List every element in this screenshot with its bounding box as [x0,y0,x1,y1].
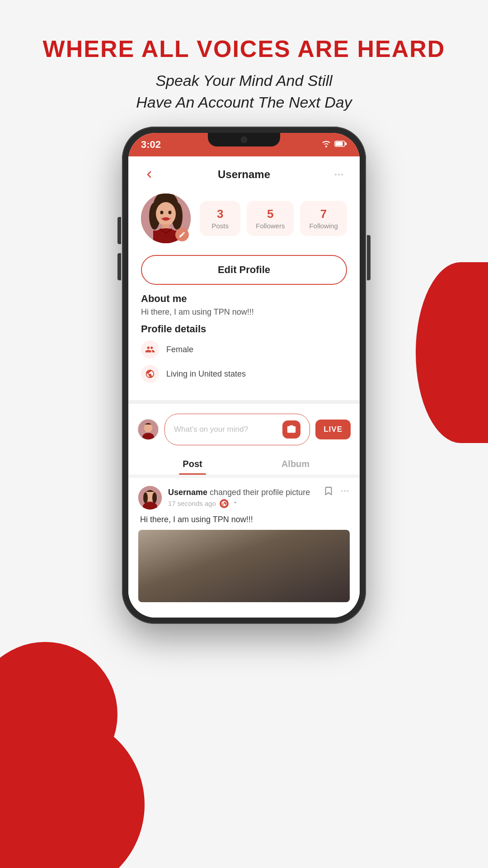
gender-detail-row: Female [141,340,347,359]
following-count: 7 [309,207,338,221]
stats-row: 3 Posts 5 Followers 7 Following [200,201,347,236]
chevron-down-icon [232,500,239,508]
live-button[interactable]: LIVE [315,420,351,439]
stat-followers[interactable]: 5 Followers [247,201,294,236]
tab-post[interactable]: Post [141,452,244,475]
notch [208,133,280,146]
post-input-box[interactable]: What's on your mind? [164,414,310,445]
more-menu-button[interactable] [331,166,347,183]
svg-rect-17 [153,231,178,243]
top-nav: Username [128,156,360,189]
about-section: About me Hi there, I am using TPN now!!!… [128,293,360,396]
avatar-wrapper [141,193,191,243]
bookmark-icon[interactable] [324,486,333,498]
stat-posts[interactable]: 3 Posts [200,201,240,236]
bg-decoration-bottom [0,714,145,868]
globe-location-icon [141,365,159,383]
followers-label: Followers [256,222,285,230]
svg-point-4 [338,174,340,175]
post-more-button[interactable] [340,486,350,498]
tagline-sub-line2: Have An Account The Next Day [136,94,352,111]
bg-decoration-right [416,262,488,443]
status-icons [322,140,347,149]
post-body-text: Hi there, I am using TPN now!!! [138,515,350,524]
gender-text: Female [166,345,193,354]
svg-point-11 [156,202,176,226]
post-header-actions [324,486,350,498]
post-author-name: Username [168,488,207,497]
svg-point-27 [344,490,346,492]
status-time: 3:02 [141,139,161,151]
post-user-text: Username changed their profile picture 1… [168,488,310,508]
svg-point-28 [347,490,349,492]
tabs-row: Post Album [128,452,360,475]
post-user-info: Username changed their profile picture 1… [138,486,310,509]
post-item: Username changed their profile picture 1… [128,478,360,609]
stat-following[interactable]: 7 Following [300,201,347,236]
svg-point-26 [341,490,343,492]
tagline-sub: Speak Your Mind And Still Have An Accoun… [0,70,488,113]
nav-username: Username [218,168,270,181]
about-title: About me [141,293,347,305]
post-input-row: What's on your mind? LIVE [128,407,360,452]
post-input-avatar [137,419,159,440]
post-action-text: changed their profile picture [207,488,310,497]
post-image-inner [138,530,350,602]
back-button[interactable] [141,166,157,183]
tagline-main: WHERE ALL VOICES ARE HEARD [0,36,488,62]
followers-count: 5 [256,207,285,221]
phone-outer: 3:02 [122,127,366,624]
posts-label: Posts [209,222,231,230]
svg-point-25 [152,492,157,503]
svg-rect-2 [345,142,347,145]
post-author-line: Username changed their profile picture [168,488,310,497]
svg-point-5 [341,174,343,175]
status-bar: 3:02 [128,133,360,156]
profile-details-title: Profile details [141,323,347,335]
svg-point-19 [144,423,152,432]
svg-point-12 [160,211,164,214]
svg-point-24 [143,492,148,503]
svg-rect-1 [336,142,343,146]
post-time: 17 seconds ago [168,500,216,507]
wifi-icon [322,140,331,149]
post-input-placeholder: What's on your mind? [174,425,248,434]
battery-icon [334,140,347,149]
camera-notch [241,137,247,143]
post-meta: 17 seconds ago [168,499,310,508]
phone-inner: 3:02 [128,133,360,618]
post-author-avatar [138,486,162,509]
about-text: Hi there, I am using TPN now!!! [141,307,347,317]
post-image [138,530,350,602]
svg-point-3 [335,174,337,175]
person-icon [141,340,159,359]
posts-count: 3 [209,207,231,221]
post-globe-icon [220,499,229,508]
page-header: WHERE ALL VOICES ARE HEARD Speak Your Mi… [0,0,488,113]
profile-section: 3 Posts 5 Followers 7 Following [128,189,360,250]
edit-profile-button[interactable]: Edit Profile [141,255,347,285]
location-detail-row: Living in United states [141,365,347,383]
edit-avatar-button[interactable] [175,228,189,241]
svg-point-13 [169,211,172,214]
tab-album[interactable]: Album [244,452,347,475]
section-divider-1 [128,400,360,404]
post-header: Username changed their profile picture 1… [138,486,350,509]
camera-button[interactable] [282,420,300,439]
tagline-sub-line1: Speak Your Mind And Still [155,72,332,89]
svg-point-14 [162,217,169,221]
app-content: Username [128,156,360,618]
phone-frame: 3:02 [122,127,366,624]
location-text: Living in United states [166,369,246,379]
following-label: Following [309,222,338,230]
